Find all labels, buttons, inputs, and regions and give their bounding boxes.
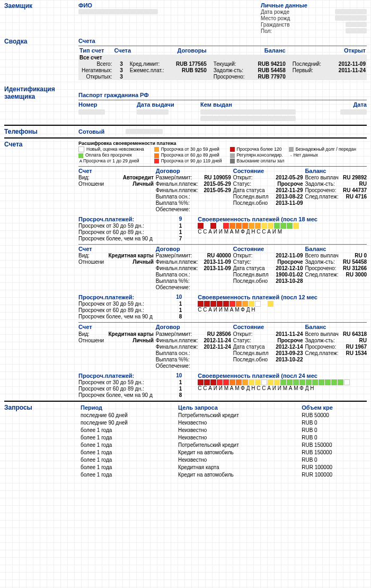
inquiry-row: последние 60 днейПотребительский кредитR… (78, 412, 367, 419)
gender-value (346, 28, 367, 33)
citizenship-value (346, 22, 367, 27)
summary-row-all: Все счет (78, 55, 367, 61)
payment-timeline (198, 223, 367, 229)
legend-item: АПросрочка от 1 до 29 дней (78, 158, 151, 164)
phones-section: Телефоны Сотовый (4, 128, 367, 135)
phones-header: Телефоны (4, 128, 78, 135)
account-block: Счет Вид:Кредитная карты ОтношениЛичный … (78, 244, 367, 320)
borrower-section: Заемщик ФИО Личные данные Дата рожде Мес… (4, 2, 367, 34)
identification-section: Идентификация заемщика Паспорт гражданин… (4, 85, 367, 123)
legend-item: Просрочка от 90 до 119 дней (154, 158, 227, 164)
legend-item: -Нет данных (289, 152, 367, 158)
legend-item: Просрочка более 120 (230, 146, 286, 152)
inquiry-row: более 1 годаНеизвестноRUB 0 (78, 434, 367, 442)
legend-item: Регулярн.консолидир. (230, 152, 286, 158)
legend-item: Оплата без просрочек (78, 152, 151, 158)
accounts-subheader: Счета (78, 38, 367, 45)
legend-item: Просрочка от 60 до 89 дней (154, 152, 227, 158)
inquiries-header: Запросы (4, 404, 78, 479)
fio-label: ФИО (78, 2, 158, 9)
accounts-header: Счета (4, 141, 78, 398)
dob-value (335, 9, 367, 14)
inquiry-row: более 1 годаНеизвестноRUB 0 (78, 456, 367, 464)
inquiry-row: последние 90 днейНеизвестноRUB 0 (78, 419, 367, 427)
inquiry-row: более 1 годаПотребительский кредитRUB 15… (78, 442, 367, 449)
payment-timeline (198, 301, 367, 307)
identification-header: Идентификация заемщика (4, 85, 78, 123)
personal-data-label: Личные данные (261, 2, 367, 9)
payment-legend: Новый, оценка невозможнаПросрочка от 30 … (78, 146, 367, 163)
account-block: Счет Вид:Автокредит ОтношениЛичный Догов… (78, 166, 367, 242)
accounts-section: Счета Расшифровка своевременности платеж… (4, 141, 367, 398)
pob-value (335, 15, 367, 21)
payment-timeline (198, 379, 367, 385)
summary-header: Сводка (4, 38, 78, 80)
legend-item: Новый, оценка невозможна (78, 146, 151, 152)
inquiries-table: ПериодЦель запросаОбъем кре последние 60… (78, 404, 367, 479)
inquiry-row: более 1 годаКредит на автомобильRUB 1500… (78, 449, 367, 456)
phone-value (126, 129, 163, 134)
borrower-header: Заемщик (4, 2, 78, 34)
fio-value (78, 9, 158, 14)
summary-table: Тип счет Счета Договоры Баланс Открыт Вс… (78, 47, 367, 80)
legend-item: Просрочка от 30 до 59 дней (154, 146, 227, 152)
legend-item: Безнадежный долг / передан (289, 146, 367, 152)
inquiry-row: более 1 годаКредит на автомобильRUR 1000… (78, 471, 367, 479)
legend-item: Взыскание оплаты зал (230, 158, 286, 164)
inquiry-row: более 1 годаКредитная картаRUR 100000 (78, 464, 367, 471)
summary-section: Сводка Счета Тип счет Счета Договоры Бал… (4, 38, 367, 80)
inquiries-section: Запросы ПериодЦель запросаОбъем кре посл… (4, 404, 367, 479)
account-block: Счет Вид:Кредитная карты ОтношениЛичный … (78, 322, 367, 398)
inquiry-row: более 1 годаНеизвестноRUB 0 (78, 427, 367, 434)
